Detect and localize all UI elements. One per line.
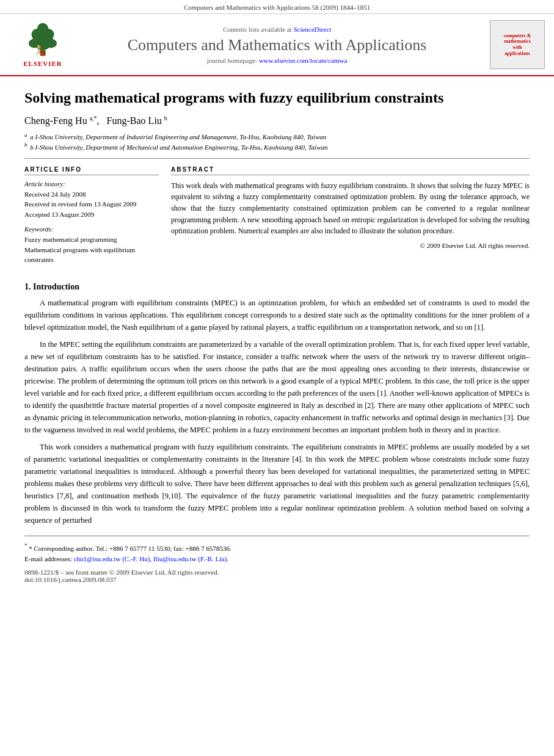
doi: doi:10.1016/j.camwa.2009.08.037: [24, 576, 530, 583]
corresponding-star: *: [24, 544, 27, 551]
section-1-para1: A mathematical program with equilibrium …: [24, 297, 530, 333]
journal-header: ELSEVIER Contents lists available at Sci…: [0, 14, 554, 76]
homepage-url[interactable]: www.elsevier.com/locate/camwa: [259, 57, 348, 64]
main-content: Solving mathematical programs with fuzzy…: [0, 76, 554, 602]
sciencedirect-link[interactable]: ScienceDirect: [293, 26, 331, 33]
article-history: Article history: Received 24 July 2008 R…: [24, 180, 159, 220]
received-date: Received 24 July 2008: [24, 189, 159, 200]
article-info-abstract-columns: ARTICLE INFO Article history: Received 2…: [24, 166, 530, 271]
email-2[interactable]: fliu@isu.edu.tw (F.-B. Liu).: [153, 555, 228, 562]
abstract-label: ABSTRACT: [171, 166, 530, 175]
divider-after-affiliations: [24, 158, 530, 159]
footer-divider: [24, 536, 530, 537]
journal-title: Computers and Mathematics with Applicati…: [76, 36, 478, 54]
svg-line-10: [37, 52, 39, 55]
corresponding-text: * Corresponding author. Tel.: +886 7 657…: [29, 544, 231, 551]
keywords-label: Keywords:: [24, 225, 159, 233]
abstract-column: ABSTRACT This work deals with mathematic…: [171, 166, 530, 271]
copyright-notice: © 2009 Elsevier Ltd. All rights reserved…: [171, 242, 530, 249]
copyright-line: 0898-1221/$ – see front matter © 2009 El…: [24, 569, 530, 576]
history-label: Article history:: [24, 180, 159, 187]
svg-point-4: [46, 39, 57, 48]
top-bar: Computers and Mathematics with Applicati…: [0, 0, 554, 14]
keywords-group: Keywords: Fuzzy mathematical programming…: [24, 225, 159, 265]
elsevier-tree-icon: [21, 22, 64, 59]
keyword-1: Fuzzy mathematical programming: [24, 234, 159, 245]
keyword-2: Mathematical programs with equilibrium c…: [24, 245, 159, 265]
section-1-para2: In the MPEC setting the equilibrium cons…: [24, 338, 530, 436]
journal-header-center: Contents lists available at ScienceDirec…: [76, 26, 478, 64]
affiliation-a: a a I-Shou University, Department of Ind…: [24, 132, 530, 141]
elsevier-logo-area: ELSEVIER: [9, 22, 76, 67]
section-1-title: 1. Introduction: [24, 282, 530, 292]
footer-copyright: 0898-1221/$ – see front matter © 2009 El…: [24, 569, 530, 583]
journal-thumbnail: computers &mathematicswithapplications: [490, 20, 545, 69]
thumbnail-title: computers &mathematicswithapplications: [504, 33, 531, 56]
article-info-label: ARTICLE INFO: [24, 166, 159, 175]
journal-citation: Computers and Mathematics with Applicati…: [184, 4, 370, 11]
abstract-text: This work deals with mathematical progra…: [171, 180, 530, 237]
journal-homepage: journal homepage: www.elsevier.com/locat…: [76, 57, 478, 64]
article-info-column: ARTICLE INFO Article history: Received 2…: [24, 166, 159, 271]
elsevier-logo: ELSEVIER: [9, 22, 76, 67]
journal-header-right: computers &mathematicswithapplications: [478, 20, 545, 69]
svg-point-8: [37, 45, 41, 49]
authors: Cheng-Feng Hu a,*, Fung-Bao Liu b: [24, 115, 530, 126]
sciencedirect-label: Contents lists available at ScienceDirec…: [76, 26, 478, 33]
affiliation-b: b b I-Shou University, Department of Mec…: [24, 142, 530, 151]
revised-date: Received in revised form 13 August 2009: [24, 199, 159, 209]
email-addresses: E-mail addresses: chu1@isu.edu.tw (C.-F.…: [24, 554, 530, 565]
accepted-date: Accepted 13 August 2009: [24, 209, 159, 220]
svg-point-7: [37, 23, 48, 34]
section-1-para3: This work considers a mathematical progr…: [24, 441, 530, 526]
corresponding-author-note: * * Corresponding author. Tel.: +886 7 6…: [24, 542, 530, 554]
elsevier-brand-text: ELSEVIER: [23, 60, 62, 67]
email-1[interactable]: chu1@isu.edu.tw (C.-F. Hu),: [74, 555, 152, 562]
email-label: E-mail addresses:: [24, 555, 72, 562]
article-title: Solving mathematical programs with fuzzy…: [24, 89, 530, 107]
